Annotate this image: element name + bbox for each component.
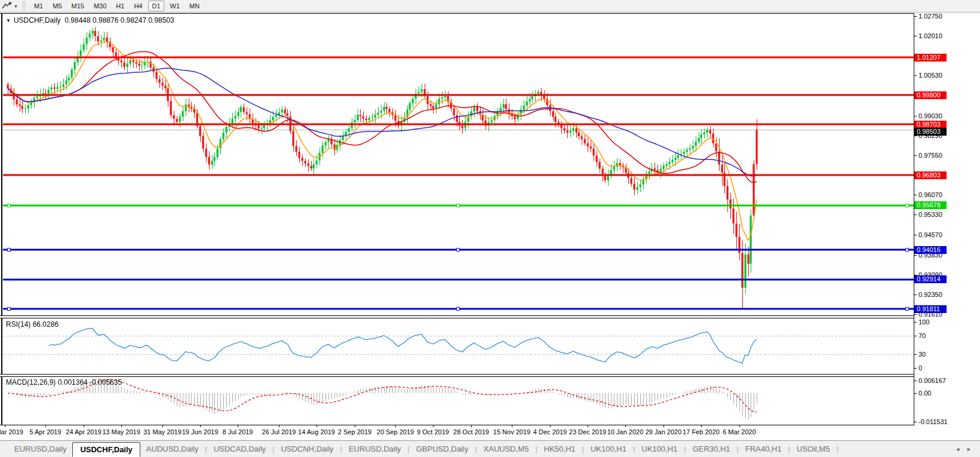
rsi-tick-label: 30 [914,351,926,358]
axis-tick-mark [914,116,917,116]
tab-gbpusd-daily[interactable]: GBPUSD,Daily [410,443,474,455]
tab-scroll-left-icon[interactable]: ◄ [955,446,960,452]
rsi-tick-label: 100 [914,318,929,326]
hline-price-label: 0.99800 [914,91,947,99]
tf-button-mn[interactable]: MN [186,1,203,11]
tf-button-m30[interactable]: M30 [90,1,110,11]
hline-price-label: 0.95678 [914,201,947,209]
tf-button-w1[interactable]: W1 [167,1,184,11]
tf-button-m5[interactable]: M5 [49,1,65,11]
chart-symbol-label: USDCHF,Daily [14,16,61,24]
hline-price-label: 0.92914 [914,275,947,283]
main-chart-canvas[interactable] [3,14,914,315]
tf-button-h1[interactable]: H1 [112,1,128,11]
chart-tab-bar: EURUSD,DailyUSDCHF,DailyAUDUSD,Daily|USD… [0,440,980,457]
axis-tick-mark [914,381,917,381]
price-axis[interactable]: 1.027501.020101.005300.990300.982900.975… [914,13,980,425]
date-tick-mark [355,425,355,427]
hline-price-label: 1.01207 [914,54,947,62]
axis-tick-mark [914,255,917,256]
tf-button-m15[interactable]: M15 [68,1,88,11]
tab-usdcad-daily[interactable]: USDCAD,Daily [208,443,272,455]
hline-price-label: 0.91811 [914,305,947,313]
axis-tick-mark [914,368,917,369]
date-tick-mark [317,425,317,427]
terminal-window: ▼ M1M5M15M30H1H4D1W1MN ▼USDCHF,Daily 0.9… [0,0,980,457]
tab-eurusd-daily[interactable]: EURUSD,Daily [343,443,407,455]
date-label: 10 Jan 2020 [607,428,644,435]
tf-button-d1[interactable]: D1 [148,1,164,11]
date-tick-mark [512,425,512,427]
price-tick-label: 0.96070 [914,191,942,198]
axis-tick-mark [914,155,917,156]
axis-tick-mark [914,336,917,336]
date-label: 24 Apr 2019 [66,428,101,435]
tab-usdcnh-daily[interactable]: USDCNH,Daily [275,443,339,455]
hline-price-label: 0.94016 [914,246,947,254]
rsi-label: RSI(14) 66.0286 [6,320,59,329]
axis-tick-mark [914,354,917,355]
tab-usoil-m5[interactable]: USOil,M5 [791,443,836,455]
axis-tick-mark [914,295,917,295]
date-tick-mark [739,425,740,427]
date-tick-mark [200,425,201,427]
date-label: 5 Apr 2019 [29,428,61,435]
tab-xauusd-m5[interactable]: XAUUSD,M5 [478,443,535,455]
date-tick-mark [45,425,46,427]
macd-tick-label: -0.011531 [914,418,948,425]
tab-usdchf-daily[interactable]: USDCHF,Daily [72,442,140,457]
timeframe-buttons: M1M5M15M30H1H4D1W1MN [29,1,204,11]
chart-title: ▼USDCHF,Daily 0.98448 0.98876 0.98247 0.… [6,16,174,24]
rsi-panel-canvas[interactable] [3,318,914,374]
date-label: 28 Oct 2019 [453,428,489,435]
date-label: 6 Mar 2020 [723,428,756,435]
tab-scroll-right-icon[interactable]: ► [966,446,972,452]
date-label: 13 May 2019 [102,428,140,435]
date-label: 23 Dec 2019 [569,428,606,435]
macd-panel-canvas[interactable] [3,377,914,425]
date-tick-mark [588,425,588,427]
date-tick-mark [471,425,472,427]
axis-tick-mark [914,393,917,394]
date-tick-mark [625,425,626,427]
tf-button-m1[interactable]: M1 [30,1,47,11]
tab-uk100-h1[interactable]: UK100,H1 [635,443,683,455]
date-tick-mark [701,425,702,427]
tab-uk100-h1[interactable]: UK100,H1 [585,443,632,455]
price-tick-label: 0.94570 [914,231,942,238]
macd-label: MACD(12,26,9) 0.001364 -0.005635 [6,378,122,387]
date-label: 31 May 2019 [143,428,182,435]
date-label: 2 Sep 2019 [338,428,371,435]
hline-price-label: 0.96803 [914,171,947,179]
timeframe-toolbar: ▼ M1M5M15M30H1H4D1W1MN [0,0,980,13]
axis-tick-mark [914,214,917,215]
date-tick-mark [121,425,122,427]
chart-title-caret-icon[interactable]: ▼ [6,18,11,23]
price-tick-label: 0.92350 [914,291,942,298]
axis-tick-mark [914,314,917,315]
tab-eurusd-daily[interactable]: EURUSD,Daily [8,443,72,455]
date-label: 4 Dec 2019 [533,428,567,435]
date-label: 17 Feb 2020 [683,428,720,435]
date-tick-mark [279,425,279,427]
axis-tick-mark [914,75,917,76]
tab-fra40-h1[interactable]: FRA40,H1 [739,443,788,455]
date-label: 9 Oct 2019 [417,428,449,435]
date-label: 20 Sep 2019 [377,428,414,435]
date-axis[interactable]: 18 Mar 20195 Apr 201924 Apr 201913 May 2… [3,425,914,440]
date-tick-mark [162,425,163,427]
date-tick-mark [238,425,238,427]
toolbar-grip-handle[interactable] [23,2,25,10]
tab-ger30-h1[interactable]: GER30,H1 [687,443,736,455]
axis-tick-mark [914,422,917,422]
tab-hk50-h1[interactable]: HK50,H1 [538,443,582,455]
date-label: 29 Jan 2020 [646,428,682,435]
axis-tick-mark [914,322,917,323]
macd-tick-label: 0.006167 [914,377,946,384]
toolbar-dropdown-caret[interactable]: ▼ [14,4,18,8]
line-chart-icon[interactable]: ▼ [0,0,19,12]
date-tick-mark [395,425,396,427]
tf-button-h4[interactable]: H4 [130,1,146,11]
axis-tick-mark [914,195,917,195]
tab-audusd-daily[interactable]: AUDUSD,Daily [140,443,204,455]
